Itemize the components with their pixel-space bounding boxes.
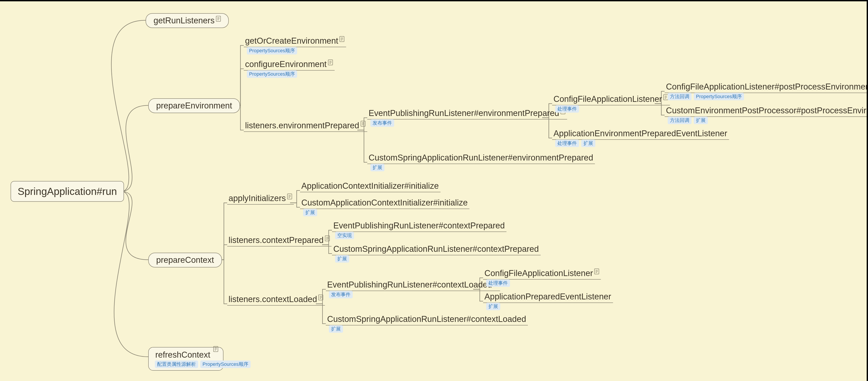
tag: PropertySources顺序: [247, 47, 297, 55]
label: ConfigFileApplicationListener: [553, 94, 662, 104]
node-customEnvPostProcessor[interactable]: CustomEnvironmentPostProcessor#postProce…: [664, 106, 868, 115]
label: prepareEnvironment: [148, 98, 240, 113]
node-configFileAppListener[interactable]: ConfigFileApplicationListener 处理事件: [552, 94, 670, 104]
tag: 方法回调: [668, 93, 691, 100]
label: configureEnvironment: [245, 60, 327, 69]
label: CustomEnvironmentPostProcessor#postProce…: [666, 106, 868, 115]
label: getRunListeners: [154, 16, 215, 25]
tag: PropertySources顺序: [200, 360, 251, 368]
root-label: SpringApplication#run: [10, 181, 124, 202]
label: listeners.contextLoaded: [228, 294, 317, 304]
label: EventPublishingRunListener#contextLoaded: [327, 280, 492, 289]
label: EventPublishingRunListener#contextPrepar…: [333, 221, 505, 230]
tag: 扩展: [303, 209, 317, 216]
node-appEnvPreparedEventListener[interactable]: ApplicationEnvironmentPreparedEventListe…: [552, 129, 729, 138]
node-applyInitializers[interactable]: applyInitializers: [227, 194, 294, 203]
root-node[interactable]: SpringApplication#run: [10, 181, 124, 202]
node-refreshContext[interactable]: refreshContext 配置类属性源解析 PropertySources顺…: [148, 347, 223, 371]
node-appCtxInitialize[interactable]: ApplicationContextInitializer#initialize: [300, 181, 440, 191]
tag: 扩展: [335, 255, 349, 263]
tag: 处理事件: [555, 139, 579, 147]
node-configureEnvironment[interactable]: configureEnvironment PropertySources顺序: [244, 60, 335, 69]
label: CustomSpringApplicationRunListener#conte…: [333, 244, 539, 254]
node-listeners-contextPrepared[interactable]: listeners.contextPrepared: [227, 235, 332, 245]
label: ApplicationContextInitializer#initialize: [301, 181, 439, 191]
node-customRunListenerCtxLoaded[interactable]: CustomSpringApplicationRunListener#conte…: [326, 314, 528, 324]
node-eventPubEnvPrepared[interactable]: EventPublishingRunListener#environmentPr…: [367, 108, 567, 118]
node-customRunListenerEnvPrepared[interactable]: CustomSpringApplicationRunListener#envir…: [367, 153, 595, 162]
node-eventPubCtxPrepared[interactable]: EventPublishingRunListener#contextPrepar…: [332, 221, 506, 230]
node-eventPubCtxLoaded[interactable]: EventPublishingRunListener#contextLoaded…: [326, 280, 500, 289]
label: getOrCreateEnvironment: [245, 36, 338, 45]
node-getOrCreateEnvironment[interactable]: getOrCreateEnvironment PropertySources顺序: [244, 36, 346, 45]
node-getRunListeners[interactable]: getRunListeners: [146, 13, 229, 28]
note-icon: [213, 346, 218, 352]
node-customAppCtxInitialize[interactable]: CustomApplicationContextInitializer#init…: [300, 198, 469, 208]
label: ConfigFileApplicationListener#postProces…: [666, 82, 868, 91]
label: prepareContext: [148, 253, 222, 267]
label: listeners.contextPrepared: [228, 235, 323, 245]
mindmap-canvas[interactable]: SpringApplication#run getRunListeners pr…: [0, 0, 868, 381]
note-icon: [318, 294, 323, 300]
node-customRunListenerCtxPrepared[interactable]: CustomSpringApplicationRunListener#conte…: [332, 244, 541, 254]
label: ApplicationEnvironmentPreparedEventListe…: [553, 129, 727, 138]
note-icon: [287, 194, 292, 199]
note-icon: [216, 16, 221, 22]
note-icon: [339, 36, 344, 42]
node-listeners-envPrepared[interactable]: listeners.environmentPrepared: [244, 121, 367, 130]
note-icon: [325, 235, 330, 241]
tag: 方法回调: [668, 117, 691, 124]
label: applyInitializers: [228, 194, 286, 203]
tag: 发布事件: [329, 291, 353, 298]
label: CustomSpringApplicationRunListener#envir…: [369, 153, 593, 162]
node-appPreparedEventListener[interactable]: ApplicationPreparedEventListener 扩展: [483, 292, 613, 301]
node-configFileAppListener2[interactable]: ConfigFileApplicationListener 处理事件: [483, 268, 601, 278]
tag: 发布事件: [370, 119, 394, 127]
tag: 扩展: [486, 303, 500, 310]
note-icon: [594, 268, 599, 274]
node-configFilePostProcessEnv[interactable]: ConfigFileApplicationListener#postProces…: [664, 82, 868, 92]
label: CustomApplicationContextInitializer#init…: [301, 198, 468, 207]
label: ApplicationPreparedEventListener: [485, 292, 611, 301]
tag: 扩展: [581, 139, 595, 147]
label: ConfigFileApplicationListener: [485, 268, 593, 278]
tag: 处理事件: [555, 105, 579, 113]
note-icon: [663, 94, 668, 100]
note-icon: [328, 60, 333, 65]
tag: PropertySources顺序: [247, 70, 297, 78]
tag: 扩展: [329, 325, 343, 333]
label: listeners.environmentPrepared: [245, 121, 359, 130]
tag: 扩展: [694, 117, 708, 124]
tag: 配置类属性源解析: [155, 360, 198, 368]
node-listeners-contextLoaded[interactable]: listeners.contextLoaded: [227, 294, 325, 304]
tag: 处理事件: [486, 279, 510, 287]
tag: PropertySources顺序: [694, 93, 744, 100]
node-prepareContext[interactable]: prepareContext: [148, 253, 222, 267]
label: CustomSpringApplicationRunListener#conte…: [327, 314, 526, 324]
node-prepareEnvironment[interactable]: prepareEnvironment: [148, 98, 240, 113]
label: refreshContext: [155, 350, 210, 359]
label: EventPublishingRunListener#environmentPr…: [369, 108, 559, 118]
tag: 扩展: [370, 164, 384, 171]
note-icon: [361, 121, 366, 127]
tag: 空实现: [335, 232, 354, 239]
